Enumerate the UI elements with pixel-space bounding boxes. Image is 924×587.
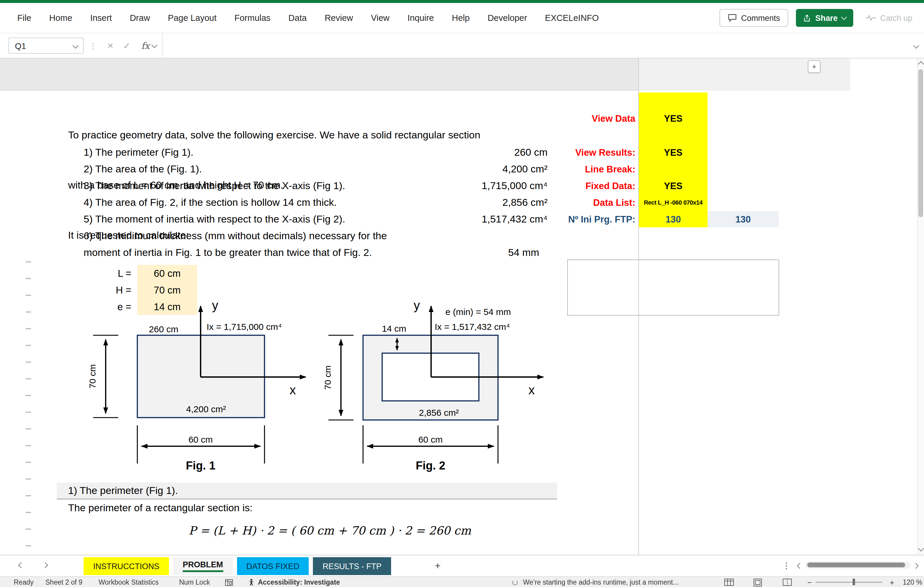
row-guide-dashes: [26, 261, 31, 554]
problem-item-label: 3) The moment of inertia with respect to…: [84, 180, 482, 192]
hscroll-left-icon[interactable]: [797, 563, 803, 569]
problem-item-5: 5) The moment of inertia with respect to…: [84, 211, 548, 228]
tab-results-ftp[interactable]: RESULTS - FTP: [313, 557, 391, 575]
problem-item-1: 1) The perimeter (Fig 1). 260 cm: [84, 145, 548, 161]
formula-numeric: ( 60 cm + 70 cm ) · 2 = 260 cm: [291, 524, 471, 537]
tab-overflow-icon[interactable]: ⋮: [782, 561, 790, 570]
horizontal-scrollbar-thumb[interactable]: [807, 562, 905, 567]
menu-review[interactable]: Review: [315, 13, 362, 23]
menu-home[interactable]: Home: [40, 13, 81, 23]
confirm-entry-icon[interactable]: ✓: [123, 40, 130, 51]
menu-formulas[interactable]: Formulas: [225, 13, 279, 23]
panel-value-data-list[interactable]: Rect L_H -060 070x14: [639, 194, 708, 210]
share-label: Share: [815, 13, 838, 22]
menu-insert[interactable]: Insert: [81, 13, 121, 23]
ribbon-right-actions: Comments Share Catch up: [719, 9, 924, 27]
cancel-entry-icon[interactable]: ×: [107, 39, 114, 52]
panel-value-ini-prg-ftp-2[interactable]: 130: [708, 211, 779, 227]
panel-value-line-break[interactable]: [639, 161, 708, 177]
menu-inquire[interactable]: Inquire: [399, 13, 443, 23]
page-break-view-icon[interactable]: [783, 577, 792, 587]
menu-page-layout[interactable]: Page Layout: [159, 13, 225, 23]
comments-label: Comments: [741, 13, 780, 22]
fig1-area-label: 4,200 cm²: [186, 404, 226, 414]
problem-item-value: 54 mm: [508, 247, 548, 259]
comment-bubble-icon: [728, 14, 737, 22]
page-layout-view-icon[interactable]: [754, 577, 762, 587]
panel-label-line-break: Line Break:: [513, 161, 635, 177]
formula-bar-separator: ⋮: [89, 41, 97, 50]
zoom-in-button[interactable]: +: [890, 577, 894, 587]
formula-bar-expand-icon[interactable]: [913, 43, 919, 49]
tab-datos-fixed[interactable]: DATOS FIXED: [237, 557, 309, 575]
name-box-dropdown-icon[interactable]: [73, 43, 79, 49]
zoom-level[interactable]: 120 %: [903, 577, 922, 587]
status-sheet-info: Sheet 2 of 9: [45, 577, 82, 587]
panel-value-view-data[interactable]: YES: [639, 110, 708, 127]
panel-value-ini-prg-ftp[interactable]: 130: [639, 211, 708, 227]
title-accent-strip: [0, 0, 924, 3]
share-button[interactable]: Share: [796, 9, 853, 27]
status-num-lock: Num Lock: [179, 577, 210, 587]
excel-window: File Home Insert Draw Page Layout Formul…: [0, 0, 924, 587]
tab-scroll-left-icon[interactable]: [18, 562, 24, 568]
zoom-slider[interactable]: [816, 582, 883, 583]
menu-file[interactable]: File: [8, 13, 40, 23]
name-box[interactable]: Q1: [8, 38, 84, 54]
fig1-drawing: y x 260 cm Ix = 1,715,000 cm⁴ 4,200 cm² …: [84, 295, 322, 474]
comments-button[interactable]: Comments: [719, 9, 789, 27]
fig1-top-width-label: 260 cm: [149, 324, 178, 334]
fig1-height-label: 70 cm: [87, 364, 97, 389]
tab-instrucctions[interactable]: INSTRUCCTIONS: [84, 557, 169, 575]
fig2-bottom-width-label: 60 cm: [418, 434, 443, 444]
zoom-out-button[interactable]: −: [807, 577, 812, 587]
fig2-height-label: 70 cm: [323, 365, 333, 390]
panel-label-view-data: View Data: [513, 110, 635, 127]
problem-line-1: To practice geometry data, solve the fol…: [68, 127, 576, 144]
pulse-icon: [866, 15, 876, 21]
solution-heading: 1) The perimeter (Fig 1).: [68, 485, 178, 497]
panel-value-view-results[interactable]: YES: [639, 145, 708, 161]
status-workbook-statistics[interactable]: Workbook Statistics: [99, 577, 159, 587]
tab-scroll-right-icon[interactable]: [42, 562, 48, 568]
tab-problem-label: PROBLEM: [183, 560, 223, 572]
share-dropdown-icon: [841, 14, 847, 20]
problem-item-label: 4) The area of Fig. 2, if the section is…: [84, 197, 502, 209]
floating-plus-button[interactable]: +: [808, 60, 820, 73]
macro-record-icon[interactable]: [225, 577, 233, 587]
fx-dropdown-icon[interactable]: [151, 42, 157, 48]
menu-data[interactable]: Data: [279, 13, 315, 23]
gridline-box-bottom: [567, 315, 779, 316]
solution-intro: The perimeter of a rectangular section i…: [68, 502, 252, 514]
panel-label-ini-prg-ftp: Nº Ini Prg. FTP:: [513, 211, 635, 227]
fig2-x-label: x: [528, 383, 535, 397]
add-sheet-button[interactable]: +: [435, 560, 441, 572]
fig1-caption: Fig. 1: [186, 459, 215, 472]
menu-developer[interactable]: Developer: [478, 13, 536, 23]
panel-value-fixed-data[interactable]: YES: [639, 178, 708, 194]
insert-function-icon[interactable]: fx: [141, 40, 150, 51]
menu-draw[interactable]: Draw: [121, 13, 159, 23]
menu-exceleinfo[interactable]: EXCELeINFO: [536, 13, 608, 23]
fig2-drawing: y x e (min) = 54 mm 14 cm Ix = 1,517,432…: [315, 295, 566, 474]
problem-items-list: 1) The perimeter (Fig 1). 260 cm 2) The …: [84, 145, 548, 261]
status-accessibility[interactable]: Accessibility: Investigate: [258, 577, 340, 587]
vertical-scrollbar-thumb[interactable]: [918, 69, 923, 217]
fig2-thickness-label: 14 cm: [382, 324, 406, 334]
hscroll-right-icon[interactable]: [912, 563, 919, 569]
catch-up-button[interactable]: Catch up: [861, 9, 917, 27]
menu-help[interactable]: Help: [443, 13, 479, 23]
problem-item-3: 3) The moment of inertia with respect to…: [84, 178, 548, 194]
param-value-L[interactable]: 60 cm: [137, 265, 197, 281]
sheet-tabs-bar: INSTRUCCTIONS PROBLEM DATOS FIXED RESULT…: [0, 555, 924, 576]
tab-problem[interactable]: PROBLEM: [173, 557, 233, 575]
zoom-slider-thumb[interactable]: [853, 579, 855, 585]
panel-label-fixed-data: Fixed Data:: [513, 178, 635, 194]
ribbon-tabs: File Home Insert Draw Page Layout Formul…: [0, 13, 608, 23]
normal-view-icon[interactable]: [724, 577, 734, 587]
status-bar: Ready Sheet 2 of 9 Workbook Statistics N…: [0, 576, 924, 587]
fig1-x-label: x: [290, 383, 296, 397]
menu-view[interactable]: View: [362, 13, 398, 23]
problem-item-6-line2: moment of inertia in Fig. 1 to be greate…: [84, 245, 548, 261]
formula-input[interactable]: [162, 33, 924, 58]
